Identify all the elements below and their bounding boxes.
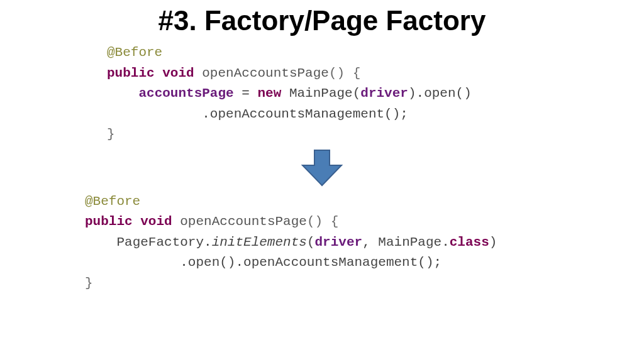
var-driver: driver	[360, 86, 408, 101]
method-name: openAccountsPage	[180, 214, 307, 229]
keyword-new: new	[257, 86, 281, 101]
field-accountsPage: accountsPage	[138, 86, 233, 101]
initelements-method: initElements	[212, 235, 307, 250]
mainpage-ctor: MainPage(	[281, 86, 360, 101]
annotation: @Before	[107, 45, 162, 60]
open-chain: .open().openAccountsManagement();	[180, 255, 441, 270]
method-name: openAccountsPage	[202, 66, 329, 80]
close-brace: }	[85, 276, 93, 290]
keyword-void: void	[162, 66, 194, 80]
rpar: )	[489, 235, 497, 250]
keyword-public: public	[107, 66, 155, 80]
arrow-divider	[0, 149, 644, 188]
keyword-public: public	[85, 214, 133, 229]
equals: =	[234, 86, 258, 101]
down-arrow-icon	[300, 149, 344, 188]
code-block-after: @Before public void openAccountsPage() {…	[85, 192, 644, 294]
open-accounts-chain: .openAccountsManagement();	[202, 107, 408, 121]
lpar: (	[307, 235, 315, 250]
sig-tail: () {	[307, 214, 338, 229]
close-brace: }	[107, 127, 115, 141]
slide-title: #3. Factory/Page Factory	[0, 5, 644, 36]
sig-tail: () {	[329, 66, 360, 80]
annotation: @Before	[85, 194, 140, 209]
svg-marker-0	[303, 150, 341, 185]
comma-mainpage: , MainPage.	[362, 235, 450, 250]
open-chain: ).open()	[408, 86, 472, 101]
pagefactory-class: PageFactory.	[116, 235, 211, 250]
var-driver: driver	[315, 235, 363, 250]
keyword-void: void	[140, 214, 172, 229]
keyword-class: class	[450, 235, 489, 250]
code-block-before: @Before public void openAccountsPage() {…	[107, 43, 644, 145]
